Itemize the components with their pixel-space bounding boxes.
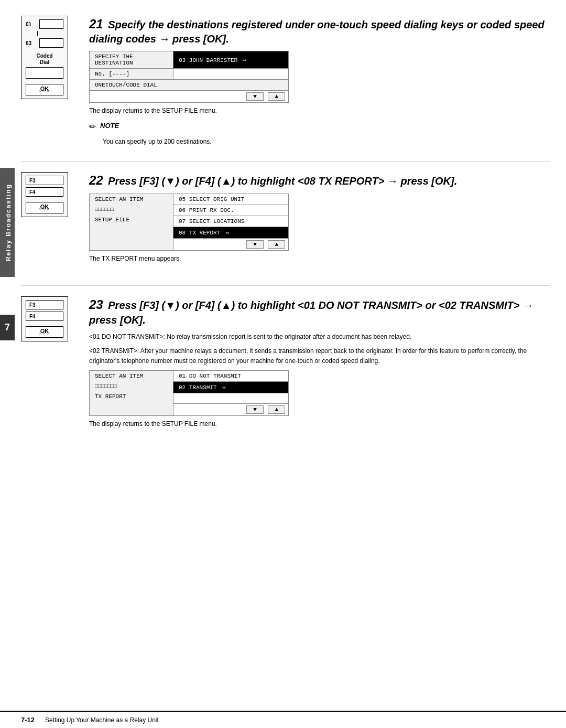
f3-btn-23: F3 xyxy=(26,300,63,309)
key-label-63: 63 xyxy=(26,40,37,46)
ok-btn-22: OK ○○○ xyxy=(26,202,63,213)
screen-cell-specify: SPECIFY THE DESTINATION xyxy=(90,51,173,69)
left-panel-23: F3 F4 OK ○○○ xyxy=(21,296,79,435)
left-panel-21: 01 63 CodedDial xyxy=(21,16,79,145)
screen-row-22-1: SELECT AN ITEM □□□□□□ SETUP FILE 05 SELE… xyxy=(90,194,289,205)
nav-down-22[interactable]: ▼ xyxy=(246,240,264,249)
nav-down-23[interactable]: ▼ xyxy=(246,405,264,414)
section-23: F3 F4 OK ○○○ 23 Pre xyxy=(21,296,550,435)
key-label-01: 01 xyxy=(26,22,37,27)
caption-23: The display returns to the SETUP FILE me… xyxy=(89,420,550,427)
section-21: 01 63 CodedDial xyxy=(21,16,550,145)
f3-btn-22: F3 xyxy=(26,176,63,185)
screen-nav-22: ▼ ▲ xyxy=(173,239,289,251)
screen-cell-no: No. [----] xyxy=(90,69,173,80)
bracket-line xyxy=(37,31,63,36)
screen-22: SELECT AN ITEM □□□□□□ SETUP FILE 05 SELE… xyxy=(89,194,289,251)
screen-row-2: No. [----] xyxy=(90,69,289,80)
screen-cell-onetouch: ONETOUCH/CODE DIAL xyxy=(90,80,289,91)
bottom-bar: 7-12 Setting Up Your Machine as a Relay … xyxy=(0,711,566,728)
key-panel-23: F3 F4 OK ○○○ xyxy=(21,296,68,341)
f4-btn-22: F4 xyxy=(26,187,63,197)
nav-up-21[interactable]: ▲ xyxy=(268,92,285,101)
screen-cell-06: 06 PRINT RX DOC. xyxy=(173,205,289,216)
right-panel-23: 23 Press [F3] (▼) or [F4] (▲) to highlig… xyxy=(89,296,550,435)
body-text-23-1: <01 DO NOT TRANSMIT>: No relay transmiss… xyxy=(89,332,550,342)
section-22: F3 F4 OK ○○○ 22 Pre xyxy=(21,172,550,270)
screen-row-3: ONETOUCH/CODE DIAL xyxy=(90,80,289,91)
screen-cell-empty-23 xyxy=(173,393,289,404)
step-heading-21: 21 Specify the destinations registered u… xyxy=(89,16,550,46)
screen-row-1: SPECIFY THE DESTINATION 03 JOHN BARRISTE… xyxy=(90,51,289,69)
key-btn-63 xyxy=(39,38,63,48)
nav-down-21[interactable]: ▼ xyxy=(246,92,264,101)
ok-btn-23: OK ○○○ xyxy=(26,326,63,338)
ok-row-22: OK ○○○ xyxy=(26,202,63,213)
ok-row-23: OK ○○○ xyxy=(26,326,63,338)
right-panel-21: 21 Specify the destinations registered u… xyxy=(89,16,550,145)
ok-btn-21: OK ○○○ xyxy=(26,84,63,95)
page-number: 7 xyxy=(5,322,10,333)
key-panel-22: F3 F4 OK ○○○ xyxy=(21,172,68,217)
screen-cell-select-23: SELECT AN ITEM □□□□□□□ TX REPORT xyxy=(90,371,173,416)
screen-cell-02: 02 TRANSMIT ⇔ xyxy=(173,382,289,393)
note-text-21: You can specify up to 200 destinations. xyxy=(103,138,550,145)
relay-side-label: Relay Broadcasting xyxy=(0,168,15,277)
right-panel-22: 22 Press [F3] (▼) or [F4] (▲) to highlig… xyxy=(89,172,550,270)
setup-file-label: SETUP FILE xyxy=(95,217,168,223)
screen-cell-empty xyxy=(173,69,289,80)
nav-up-23[interactable]: ▲ xyxy=(268,405,285,414)
note-icon-21: ✏ xyxy=(89,122,96,132)
screen-23: SELECT AN ITEM □□□□□□□ TX REPORT 01 DO N… xyxy=(89,370,289,416)
screen-cell-john: 03 JOHN BARRISTER ⇔ xyxy=(173,51,289,69)
screen-cell-07: 07 SELECT LOCATIONS xyxy=(173,216,289,227)
bottom-page-num: 7-12 xyxy=(21,716,35,724)
screen-nav-21: ▼ ▲ xyxy=(90,91,289,103)
ok-row-21: OK ○○○ xyxy=(26,84,63,95)
screen-cell-08: 08 TX REPORT ⇔ xyxy=(173,227,289,239)
body-text-23-2: <02 TRANSMIT>: After your machine relays… xyxy=(89,346,550,366)
page-number-tab: 7 xyxy=(0,315,15,340)
note-label-21: NOTE xyxy=(100,122,119,130)
screen-row-23-1: SELECT AN ITEM □□□□□□□ TX REPORT 01 DO N… xyxy=(90,371,289,382)
screen-nav-23: ▼ ▲ xyxy=(173,404,289,416)
key-row-63: 63 xyxy=(26,38,63,48)
coded-dial-label: CodedDial xyxy=(26,53,63,66)
left-panel-22: F3 F4 OK ○○○ xyxy=(21,172,79,270)
screen-cell-01: 01 DO NOT TRANSMIT xyxy=(173,371,289,382)
divider-21-22 xyxy=(21,161,550,162)
dots-22: □□□□□□ xyxy=(95,207,168,212)
step-heading-22: 22 Press [F3] (▼) or [F4] (▲) to highlig… xyxy=(89,172,550,188)
key-panel-21: 01 63 CodedDial xyxy=(21,16,68,99)
dots-23: □□□□□□□ xyxy=(95,383,168,389)
note-section-21: ✏ NOTE xyxy=(89,122,550,132)
caption-22: The TX REPORT menu appears. xyxy=(89,255,550,262)
screen-21: SPECIFY THE DESTINATION 03 JOHN BARRISTE… xyxy=(89,51,289,103)
screen-cell-05: 05 SELECT ORIG UNIT xyxy=(173,194,289,205)
nav-up-22[interactable]: ▲ xyxy=(268,240,285,249)
f4-btn-23: F4 xyxy=(26,312,63,321)
screen-cell-select: SELECT AN ITEM □□□□□□ SETUP FILE xyxy=(90,194,173,251)
page-container: 7 Relay Broadcasting 01 63 xyxy=(0,0,566,728)
coded-dial-row: CodedDial xyxy=(26,53,63,79)
caption-21: The display returns to the SETUP FILE me… xyxy=(89,107,550,114)
coded-dial-btn xyxy=(26,67,63,79)
step-heading-23: 23 Press [F3] (▼) or [F4] (▲) to highlig… xyxy=(89,296,550,326)
screen-row-nav-21: ▼ ▲ xyxy=(90,91,289,103)
key-row-01: 01 xyxy=(26,19,63,29)
main-content: 01 63 CodedDial xyxy=(21,16,550,728)
key-btn-01 xyxy=(39,19,63,29)
tx-report-label: TX REPORT xyxy=(95,393,168,400)
divider-22-23 xyxy=(21,285,550,286)
bottom-caption: Setting Up Your Machine as a Relay Unit xyxy=(45,716,159,724)
